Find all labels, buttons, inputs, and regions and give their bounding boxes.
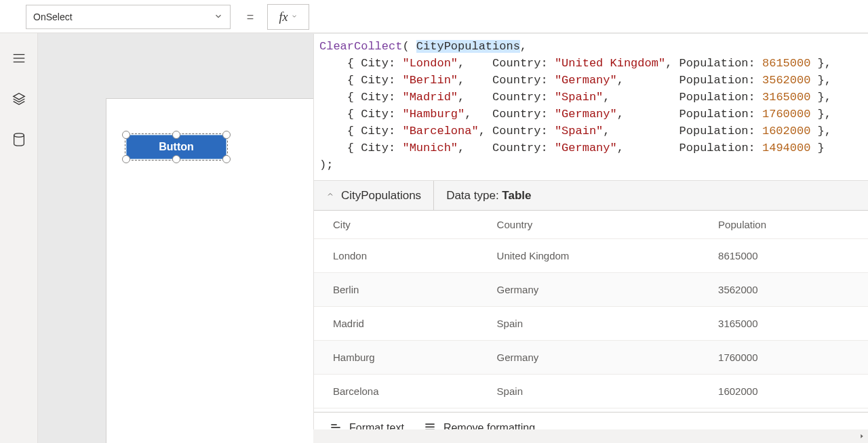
- result-table[interactable]: CityCountryPopulation LondonUnited Kingd…: [314, 211, 868, 412]
- table-cell: United Kingdom: [478, 239, 699, 273]
- result-name: CityPopulations: [341, 189, 421, 203]
- database-icon[interactable]: [10, 131, 28, 148]
- formula-panel: ClearCollect( CityPopulations, { City: "…: [313, 34, 868, 443]
- table-cell: Germany: [478, 341, 699, 375]
- chevron-up-icon: [326, 190, 334, 201]
- table-row[interactable]: BerlinGermany3562000: [314, 273, 868, 307]
- table-cell: Spain: [478, 307, 699, 341]
- chevron-down-icon: [291, 13, 298, 21]
- selection-handle[interactable]: [222, 131, 231, 139]
- svg-marker-3: [13, 93, 24, 100]
- table-cell: 8615000: [699, 239, 868, 273]
- table-cell: Madrid: [314, 307, 478, 341]
- formula-code[interactable]: ClearCollect( CityPopulations, { City: "…: [314, 34, 868, 181]
- table-cell: London: [314, 239, 478, 273]
- table-header[interactable]: City: [314, 211, 478, 239]
- table-cell: Barcelona: [314, 375, 478, 408]
- table-cell: Germany: [478, 273, 699, 307]
- table-cell: 1602000: [699, 375, 868, 408]
- svg-point-4: [14, 133, 24, 138]
- table-cell: Spain: [478, 375, 699, 408]
- result-name-cell[interactable]: CityPopulations: [314, 181, 434, 210]
- table-cell: Berlin: [314, 273, 478, 307]
- selection-handle[interactable]: [172, 131, 180, 139]
- canvas-button-label: Button: [159, 141, 194, 153]
- hamburger-icon[interactable]: [10, 49, 28, 67]
- layers-icon[interactable]: [10, 90, 28, 108]
- property-selector[interactable]: OnSelect: [26, 5, 231, 29]
- table-header[interactable]: Population: [699, 211, 868, 239]
- equals-label: =: [235, 1, 266, 33]
- selection-handle[interactable]: [172, 155, 180, 163]
- selection-handle[interactable]: [122, 131, 130, 139]
- table-row[interactable]: LondonUnited Kingdom8615000: [314, 239, 868, 273]
- table-header[interactable]: Country: [478, 211, 699, 239]
- scroll-right-button[interactable]: [856, 429, 868, 443]
- table-cell: 1760000: [699, 341, 868, 375]
- fx-dropdown[interactable]: fx: [267, 4, 309, 30]
- table-row[interactable]: MadridSpain3165000: [314, 307, 868, 341]
- result-type-cell: Data type: Table: [434, 181, 543, 210]
- horizontal-scrollbar[interactable]: [313, 429, 856, 443]
- table-cell: 3165000: [699, 307, 868, 341]
- table-cell: Hamburg: [314, 341, 478, 375]
- property-selector-value: OnSelect: [33, 12, 73, 22]
- table-cell: 3562000: [699, 273, 868, 307]
- data-type-label: Data type:: [446, 189, 499, 202]
- selection-handle[interactable]: [222, 155, 231, 163]
- fx-label: fx: [279, 10, 288, 24]
- data-type-value: Table: [502, 189, 531, 202]
- table-row[interactable]: BarcelonaSpain1602000: [314, 375, 868, 408]
- svg-marker-12: [861, 434, 863, 438]
- result-header: CityPopulations Data type: Table: [314, 181, 868, 211]
- left-rail: [0, 33, 38, 443]
- selection-handle[interactable]: [122, 155, 130, 163]
- formula-bar: OnSelect = fx: [0, 0, 868, 33]
- chevron-down-icon: [214, 12, 223, 23]
- table-row[interactable]: HamburgGermany1760000: [314, 341, 868, 375]
